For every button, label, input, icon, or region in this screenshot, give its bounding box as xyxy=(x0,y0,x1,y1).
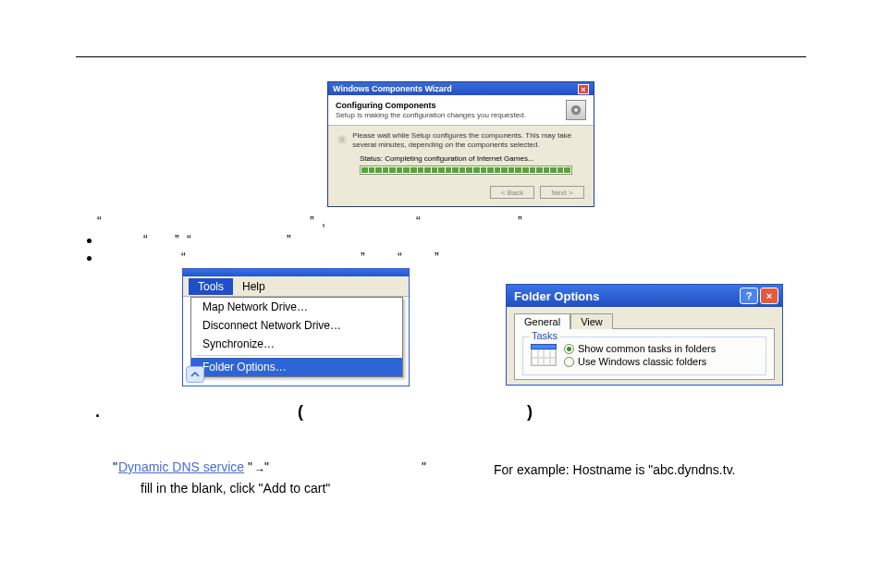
close-icon[interactable]: × xyxy=(760,288,778,304)
quote-mark: ” xyxy=(310,214,314,228)
menu-item-folder-options[interactable]: Folder Options… xyxy=(191,358,402,376)
next-button[interactable]: Next > xyxy=(540,186,584,199)
quote-mark: “ xyxy=(97,214,102,228)
bullet-icon xyxy=(87,256,92,261)
progress-bar xyxy=(360,165,572,175)
help-icon[interactable]: ? xyxy=(740,288,758,304)
menu-item-synchronize[interactable]: Synchronize… xyxy=(191,335,402,353)
chevron-up-icon[interactable] xyxy=(186,366,204,383)
menubar: Tools Help xyxy=(183,276,409,297)
quote-mark: " xyxy=(248,459,252,474)
section-dot: . xyxy=(95,402,100,422)
tasks-legend: Tasks xyxy=(529,330,560,341)
tools-menu-button[interactable]: Tools xyxy=(189,278,233,295)
tools-dropdown: Map Network Drive… Disconnect Network Dr… xyxy=(190,297,403,377)
wizard-subheading: Setup is making the configuration change… xyxy=(336,111,526,119)
quote-mark: " xyxy=(264,459,269,474)
tab-view[interactable]: View xyxy=(570,313,613,329)
folder-options-body: General View Tasks Show common tasks in … xyxy=(507,307,782,386)
tab-pane-general: Tasks Show common tasks in folders xyxy=(514,328,775,380)
tab-general[interactable]: General xyxy=(514,313,570,329)
radio-label-classic: Use Windows classic folders xyxy=(578,356,706,367)
folder-options-dialog: Folder Options ? × General View Tasks xyxy=(506,284,783,386)
help-menu-button[interactable]: Help xyxy=(235,278,273,295)
folder-tasks-icon xyxy=(531,344,557,366)
folder-options-titlebar: Folder Options ? × xyxy=(507,285,782,307)
tab-strip: General View xyxy=(514,312,775,328)
dynamic-dns-link[interactable]: Dynamic DNS service xyxy=(118,459,244,474)
window-titlebar-strip xyxy=(183,269,409,276)
menu-item-map-drive[interactable]: Map Network Drive… xyxy=(191,298,402,316)
quote-mark: ” xyxy=(435,250,439,264)
cd-icon xyxy=(566,100,586,120)
paren-open: ( xyxy=(298,402,303,422)
tools-menu-screenshot: Tools Help Map Network Drive… Disconnect… xyxy=(182,268,410,386)
paren-close: ) xyxy=(527,402,533,422)
quote-mark: ” xyxy=(175,232,179,247)
quote-mark: “ xyxy=(416,214,421,228)
gear-icon xyxy=(337,131,347,148)
radio-classic-folders[interactable]: Use Windows classic folders xyxy=(564,356,716,367)
bullet-icon xyxy=(87,239,92,243)
quote-mark: “ xyxy=(143,232,148,247)
quote-mark: ” xyxy=(287,232,291,247)
menu-item-disconnect-drive[interactable]: Disconnect Network Drive… xyxy=(191,316,402,335)
wizard-titlebar: Windows Components Wizard × xyxy=(328,82,594,95)
quote-mark: “ xyxy=(398,250,402,264)
radio-icon xyxy=(564,357,574,367)
comma: , xyxy=(322,214,325,228)
status-value: Completing configuration of Internet Gam… xyxy=(385,154,533,163)
example-text: For example: Hostname is "abc.dyndns.tv. xyxy=(494,462,736,477)
back-button[interactable]: < Back xyxy=(490,186,534,199)
menu-separator xyxy=(195,355,398,356)
status-label: Status: xyxy=(360,154,383,163)
folder-options-title: Folder Options xyxy=(514,289,599,303)
radio-label-common: Show common tasks in folders xyxy=(578,343,716,354)
radio-icon xyxy=(564,344,574,354)
svg-point-3 xyxy=(340,138,344,141)
quote-mark: ” xyxy=(518,214,522,228)
close-icon[interactable]: × xyxy=(578,84,589,94)
wizard-buttons: < Back Next > xyxy=(328,180,594,204)
fill-blank-text: fill in the blank, click "Add to cart" xyxy=(141,481,330,496)
quote-mark: “ xyxy=(181,250,186,264)
svg-point-1 xyxy=(574,108,578,112)
wizard-status: Status: Completing configuration of Inte… xyxy=(360,154,584,163)
wizard-title-text: Windows Components Wizard xyxy=(333,84,452,93)
quote-mark: “ xyxy=(187,232,191,247)
wizard-dialog: Windows Components Wizard × Configuring … xyxy=(327,81,594,207)
quote-mark: ” xyxy=(361,250,365,264)
wizard-desc: Please wait while Setup configures the c… xyxy=(352,131,584,149)
wizard-body: Please wait while Setup configures the c… xyxy=(328,126,594,180)
wizard-heading: Configuring Components xyxy=(336,101,526,110)
tasks-fieldset: Tasks Show common tasks in folders xyxy=(522,337,766,375)
radio-common-tasks[interactable]: Show common tasks in folders xyxy=(564,343,716,354)
quote-mark: " xyxy=(113,459,117,474)
wizard-header: Configuring Components Setup is making t… xyxy=(328,95,594,126)
quote-mark: " xyxy=(422,459,426,474)
horizontal-rule xyxy=(76,56,806,57)
